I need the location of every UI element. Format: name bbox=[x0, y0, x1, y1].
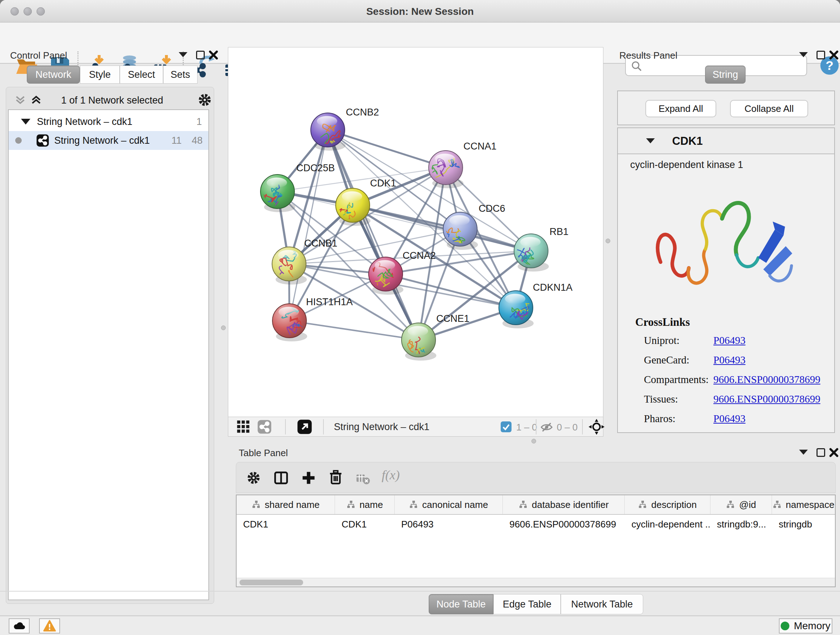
tab-string[interactable]: String bbox=[705, 65, 745, 84]
tab-select[interactable]: Select bbox=[120, 65, 163, 84]
table-settings-gear-icon[interactable] bbox=[246, 470, 262, 486]
network-view-share-icon[interactable] bbox=[257, 420, 272, 434]
collapse-all-button[interactable]: Collapse All bbox=[730, 100, 808, 117]
function-builder-icon[interactable]: f(x) bbox=[382, 467, 400, 483]
network-tree-root-row[interactable]: String Network – cdk1 1 bbox=[9, 112, 208, 131]
strip-separator bbox=[323, 419, 324, 434]
tab-network[interactable]: Network bbox=[27, 65, 80, 84]
network-node-CDK1[interactable] bbox=[336, 188, 370, 244]
network-node-CCNE1[interactable] bbox=[401, 323, 436, 366]
expand-all-icon[interactable] bbox=[30, 93, 43, 106]
tab-node-table[interactable]: Node Table bbox=[429, 594, 493, 614]
network-graph[interactable]: CCNB2CCNA1CDC25BCDK1CDC6RB1CCNB1CCNA2CDK… bbox=[228, 48, 603, 417]
node-label-CDC25B: CDC25B bbox=[296, 163, 335, 173]
selected-checkbox-icon[interactable] bbox=[500, 421, 512, 432]
results-panel-title: Results Panel bbox=[619, 50, 677, 61]
node-label-CCNA2: CCNA2 bbox=[403, 250, 436, 261]
bottom-splitter-handle[interactable] bbox=[531, 439, 536, 443]
column-header[interactable]: description bbox=[625, 495, 710, 514]
pan-crosshair-icon[interactable] bbox=[589, 419, 605, 435]
crosslinks-title: CrossLinks bbox=[635, 316, 690, 329]
network-options-gear-icon[interactable] bbox=[197, 92, 213, 108]
crosslink-link[interactable]: 9606.ENSP00000378699 bbox=[714, 374, 821, 386]
results-panel-float-icon[interactable] bbox=[816, 51, 825, 59]
cloud-status-button[interactable] bbox=[9, 618, 30, 633]
strip-separator bbox=[536, 419, 537, 434]
column-type-icon bbox=[519, 500, 527, 509]
memory-status-icon bbox=[781, 622, 789, 630]
network-canvas[interactable]: CCNB2CCNA1CDC25BCDK1CDC6RB1CCNB1CCNA2CDK… bbox=[228, 47, 603, 417]
table-header-row: shared name name canonical name database… bbox=[237, 495, 835, 515]
table-panel-float-icon[interactable] bbox=[816, 448, 825, 457]
network-tree-child-row[interactable]: String Network – cdk1 11 48 bbox=[9, 131, 208, 150]
delete-table-icon[interactable] bbox=[355, 471, 370, 486]
network-node-RB1[interactable] bbox=[514, 234, 549, 272]
network-node-CDC6[interactable] bbox=[434, 212, 478, 250]
tab-sets[interactable]: Sets bbox=[163, 65, 197, 84]
right-splitter-handle[interactable] bbox=[606, 239, 610, 243]
control-panel-float-icon[interactable] bbox=[196, 51, 205, 59]
horizontal-scrollbar[interactable] bbox=[237, 578, 835, 586]
table-row[interactable]: CDK1 CDK1 P06493 9606.ENSP00000378699 cy… bbox=[237, 515, 835, 534]
crosslink-label: Uniprot: bbox=[644, 334, 679, 347]
column-header[interactable]: @id bbox=[711, 495, 772, 514]
column-type-icon bbox=[638, 500, 647, 509]
table-panel-close-icon[interactable] bbox=[829, 448, 839, 458]
hidden-eye-icon[interactable] bbox=[540, 421, 553, 434]
warnings-button[interactable] bbox=[39, 618, 60, 633]
tree-collapse-icon[interactable] bbox=[21, 119, 30, 125]
column-type-icon bbox=[773, 500, 782, 509]
node-label-CDK1: CDK1 bbox=[370, 178, 396, 188]
network-selection-summary: 1 of 1 Network selected bbox=[47, 95, 177, 106]
memory-button[interactable]: Memory bbox=[779, 618, 832, 633]
node-label-CCNB2: CCNB2 bbox=[346, 107, 379, 118]
add-column-icon[interactable] bbox=[301, 470, 317, 486]
scrollbar-thumb[interactable] bbox=[240, 580, 303, 585]
crosslink-link[interactable]: 9606.ENSP00000378699 bbox=[714, 393, 821, 405]
collapse-all-icon[interactable] bbox=[14, 93, 27, 106]
results-panel-close-icon[interactable] bbox=[829, 50, 839, 60]
protein-structure-image bbox=[642, 175, 810, 315]
table-panel-menu-icon[interactable] bbox=[799, 450, 808, 455]
tab-edge-table[interactable]: Edge Table bbox=[493, 594, 561, 614]
node-label-CDKN1A: CDKN1A bbox=[533, 282, 573, 293]
control-panel-close-icon[interactable] bbox=[208, 50, 218, 60]
status-bar: Memory bbox=[0, 616, 840, 635]
show-columns-icon[interactable] bbox=[273, 470, 289, 486]
open-in-window-icon[interactable] bbox=[297, 419, 312, 434]
search-icon bbox=[631, 60, 643, 72]
svg-text:?: ? bbox=[826, 58, 834, 73]
crosslink-label: Compartments: bbox=[644, 374, 709, 386]
network-node-CDKN1A[interactable] bbox=[499, 291, 535, 330]
tab-network-table[interactable]: Network Table bbox=[561, 594, 643, 614]
expand-all-button[interactable]: Expand All bbox=[645, 100, 716, 117]
network-node-CCNB2[interactable] bbox=[311, 113, 346, 154]
network-status-dot-icon bbox=[15, 137, 22, 144]
protein-header-row[interactable]: CDK1 bbox=[618, 128, 834, 154]
control-panel-menu-icon[interactable] bbox=[179, 52, 187, 57]
crosslink-link[interactable]: P06493 bbox=[714, 334, 745, 347]
column-header[interactable]: database identifier bbox=[503, 495, 625, 514]
left-splitter-handle[interactable] bbox=[221, 325, 226, 330]
table-toolbar: f(x) bbox=[236, 462, 836, 493]
crosslink-link[interactable]: P06493 bbox=[714, 413, 745, 424]
node-label-CCNE1: CCNE1 bbox=[436, 313, 470, 324]
crosslink-link[interactable]: P06493 bbox=[714, 354, 745, 366]
node-table: shared name name canonical name database… bbox=[236, 494, 836, 587]
column-header[interactable]: namespace bbox=[772, 495, 835, 514]
tab-style[interactable]: Style bbox=[80, 65, 120, 84]
column-header[interactable]: shared name bbox=[237, 495, 335, 514]
column-type-icon bbox=[347, 500, 355, 509]
network-node-CCNA1[interactable] bbox=[428, 150, 468, 188]
delete-column-trash-icon[interactable] bbox=[327, 469, 344, 486]
network-edges bbox=[278, 130, 531, 340]
protein-collapse-icon[interactable] bbox=[646, 138, 655, 143]
results-panel-menu-icon[interactable] bbox=[799, 52, 808, 57]
column-header[interactable]: canonical name bbox=[395, 495, 503, 514]
network-node-HIST1H1A[interactable] bbox=[272, 304, 312, 341]
title-bar: Session: New Session bbox=[0, 0, 840, 22]
column-header[interactable]: name bbox=[335, 495, 395, 514]
node-label-CDC6: CDC6 bbox=[478, 203, 505, 214]
grid-view-icon[interactable] bbox=[236, 420, 251, 434]
network-node-CDC25B[interactable] bbox=[259, 174, 296, 228]
